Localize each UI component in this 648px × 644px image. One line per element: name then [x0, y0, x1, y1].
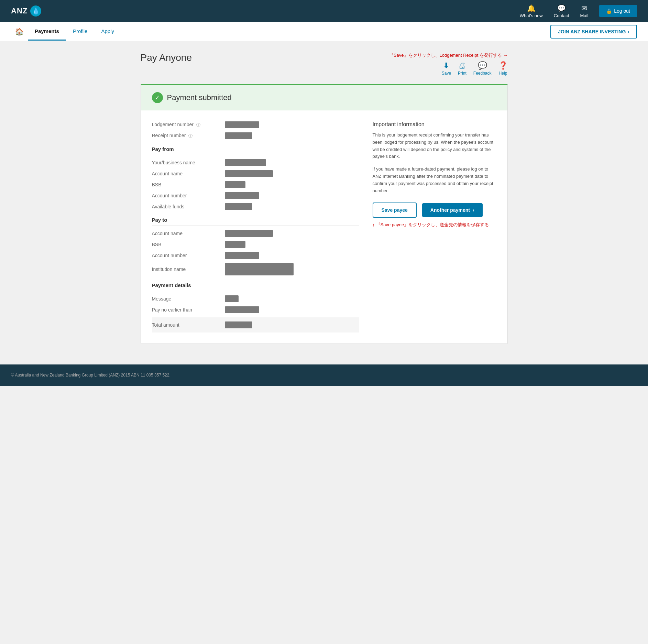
- pay-to-account-number-value: [225, 252, 259, 259]
- save-payee-hint: ↑ 『Save payee』をクリックし、送金先の情報を保存する: [373, 222, 496, 228]
- pay-to-bsb-label: BSB: [152, 242, 221, 247]
- page-content: Pay Anyone 『Save』をクリックし、Lodgement Receip…: [135, 41, 513, 364]
- total-amount-row: Total amount: [152, 317, 359, 332]
- payment-right: Important information This is your lodge…: [373, 121, 496, 332]
- home-nav[interactable]: 🏠: [11, 22, 28, 41]
- payment-submitted-title: Payment submitted: [167, 93, 232, 102]
- receipt-row: Receipt number ⓘ: [152, 132, 359, 139]
- feedback-label: Feedback: [473, 71, 492, 76]
- message-label: Message: [152, 296, 221, 302]
- account-number-row: Account number: [152, 192, 359, 199]
- footer: © Australia and New Zealand Banking Grou…: [0, 364, 648, 386]
- payment-left: Lodgement number ⓘ Receipt number ⓘ Pay …: [152, 121, 359, 332]
- save-action[interactable]: ⬇ Save: [442, 61, 451, 76]
- another-payment-label: Another payment: [430, 207, 470, 213]
- pay-no-earlier-value: [225, 306, 259, 313]
- institution-name-value: [225, 263, 294, 275]
- another-payment-chevron: ›: [473, 207, 474, 213]
- total-amount-value: [225, 321, 252, 328]
- join-label: JOIN ANZ SHARE INVESTING: [558, 29, 626, 34]
- mail-label: Mail: [580, 13, 588, 18]
- available-funds-label: Available funds: [152, 204, 221, 209]
- page-actions: 『Save』をクリックし、Lodgement Receipt を発行する → ⬇…: [389, 52, 508, 76]
- available-funds-value: [225, 203, 252, 210]
- contact-label: Contact: [554, 13, 569, 18]
- payment-details-title: Payment details: [152, 282, 359, 291]
- logo-text: ANZ: [11, 7, 28, 15]
- print-label: Print: [458, 71, 466, 76]
- print-icon: 🖨: [458, 61, 466, 70]
- whats-new-label: What's new: [520, 13, 543, 18]
- your-business-name-label: Your/business name: [152, 160, 221, 165]
- pay-to-account-name-value: [225, 230, 273, 237]
- save-payee-button[interactable]: Save payee: [373, 203, 417, 218]
- help-action[interactable]: ❓ Help: [498, 61, 508, 76]
- help-icon: ❓: [498, 61, 508, 70]
- lodgement-row: Lodgement number ⓘ: [152, 121, 359, 128]
- your-business-name-value: [225, 159, 266, 166]
- page-title: Pay Anyone: [141, 52, 192, 63]
- payments-nav[interactable]: Payments: [28, 23, 66, 41]
- app-header: ANZ 💧 🔔 What's new 💬 Contact ✉ Mail 🔒 Lo…: [0, 0, 648, 22]
- lodgement-info-icon: ⓘ: [196, 122, 200, 127]
- logout-label: Log out: [614, 8, 630, 14]
- action-buttons: Save payee Another payment ›: [373, 203, 496, 218]
- download-icon: ⬇: [443, 61, 449, 70]
- available-funds-row: Available funds: [152, 203, 359, 210]
- save-label: Save: [442, 71, 451, 76]
- pay-from-title: Pay from: [152, 146, 359, 155]
- mail-nav[interactable]: ✉ Mail: [580, 4, 588, 18]
- important-info-title: Important information: [373, 121, 496, 128]
- mail-icon: ✉: [580, 4, 588, 12]
- profile-nav[interactable]: Profile: [66, 23, 95, 41]
- print-action[interactable]: 🖨 Print: [458, 61, 466, 76]
- footer-text: © Australia and New Zealand Banking Grou…: [11, 373, 171, 378]
- institution-name-row: Institution name: [152, 263, 359, 275]
- important-info-text2: If you have made a future-dated payment,…: [373, 166, 496, 194]
- action-icons-row: ⬇ Save 🖨 Print 💬 Feedback ❓ Help: [442, 61, 508, 76]
- account-name-row: Account name: [152, 170, 359, 177]
- join-share-investing-button[interactable]: JOIN ANZ SHARE INVESTING ›: [550, 25, 637, 39]
- lock-icon: 🔒: [606, 8, 612, 14]
- receipt-label: Receipt number ⓘ: [152, 133, 221, 139]
- your-business-name-row: Your/business name: [152, 159, 359, 166]
- bsb-label: BSB: [152, 182, 221, 187]
- whats-new-nav[interactable]: 🔔 What's new: [520, 4, 543, 18]
- header-nav: 🔔 What's new 💬 Contact ✉ Mail 🔒 Log out: [520, 4, 637, 18]
- institution-name-label: Institution name: [152, 266, 221, 272]
- contact-icon: 💬: [554, 4, 569, 12]
- pay-to-account-name-row: Account name: [152, 230, 359, 237]
- payment-submitted-header: ✓ Payment submitted: [141, 85, 507, 110]
- logo-icon: 💧: [30, 6, 41, 17]
- account-name-label: Account name: [152, 171, 221, 176]
- receipt-value: [225, 132, 252, 139]
- another-payment-button[interactable]: Another payment ›: [422, 203, 483, 217]
- pay-to-bsb-row: BSB: [152, 241, 359, 248]
- receipt-info-icon: ⓘ: [188, 133, 193, 138]
- feedback-action[interactable]: 💬 Feedback: [473, 61, 492, 76]
- pay-to-account-number-row: Account number: [152, 252, 359, 259]
- logout-button[interactable]: 🔒 Log out: [599, 5, 637, 17]
- message-value: [225, 295, 239, 302]
- logo: ANZ 💧: [11, 6, 41, 17]
- contact-nav[interactable]: 💬 Contact: [554, 4, 569, 18]
- check-icon: ✓: [152, 92, 163, 103]
- navbar-left: 🏠 Payments Profile Apply: [11, 22, 121, 41]
- save-hint-text: 『Save』をクリックし、Lodgement Receipt を発行する →: [389, 52, 508, 58]
- bsb-row: BSB: [152, 181, 359, 188]
- apply-nav[interactable]: Apply: [94, 23, 121, 41]
- payment-body: Lodgement number ⓘ Receipt number ⓘ Pay …: [141, 110, 507, 343]
- lodgement-value: [225, 121, 259, 128]
- account-number-label: Account number: [152, 193, 221, 198]
- payment-box: ✓ Payment submitted Lodgement number ⓘ R…: [141, 84, 508, 344]
- pay-to-account-name-label: Account name: [152, 231, 221, 236]
- pay-to-bsb-value: [225, 241, 245, 248]
- help-label: Help: [499, 71, 507, 76]
- pay-to-account-number-label: Account number: [152, 253, 221, 258]
- account-number-value: [225, 192, 259, 199]
- chevron-right-icon: ›: [628, 29, 629, 34]
- navigation-bar: 🏠 Payments Profile Apply JOIN ANZ SHARE …: [0, 22, 648, 41]
- pay-to-title: Pay to: [152, 217, 359, 226]
- total-amount-label: Total amount: [152, 322, 221, 328]
- page-title-row: Pay Anyone 『Save』をクリックし、Lodgement Receip…: [141, 52, 508, 76]
